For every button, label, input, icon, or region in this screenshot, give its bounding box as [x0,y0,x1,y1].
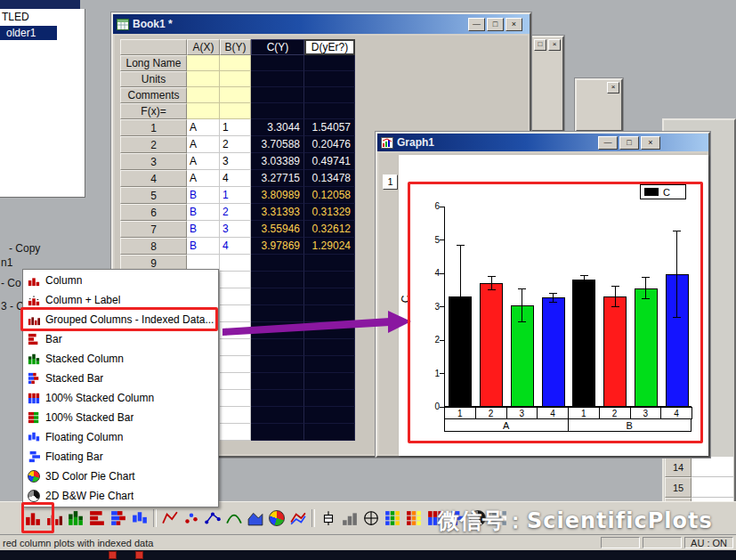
close-icon[interactable]: × [607,82,619,93]
cell-selected[interactable] [304,356,355,373]
restore-button[interactable]: □ [534,39,546,51]
cell[interactable] [220,288,251,305]
cell[interactable] [187,87,220,103]
cell-selected[interactable]: 0.12058 [304,187,355,204]
cell[interactable] [220,322,251,339]
cell[interactable]: 4 [220,170,251,187]
row-header[interactable]: 15 [665,477,692,498]
pie-chart-button[interactable] [267,508,287,528]
cell-selected[interactable]: 1.29024 [304,238,355,255]
box-chart-button[interactable] [319,508,338,528]
taskbar-app-icon[interactable] [109,551,117,559]
cell-selected[interactable]: 3.27715 [251,170,304,187]
cell-selected[interactable] [251,339,304,356]
row-header[interactable]: 3 [120,153,187,170]
cell[interactable]: 2 [220,136,251,153]
column-header-c[interactable]: C(Y) [251,39,304,55]
cell[interactable]: 2 [220,204,251,221]
close-button[interactable]: × [505,18,522,31]
taskbar-app-icon[interactable] [135,551,143,559]
row-header[interactable]: 5 [120,187,187,204]
label-row-header[interactable]: Comments [120,87,187,103]
scatter-plot-button[interactable] [182,508,201,528]
menu-item-100-stacked-column[interactable]: 100% Stacked Column [23,388,218,408]
cell[interactable]: A [187,136,220,153]
cell-selected[interactable]: 0.49741 [304,153,355,170]
cell-selected[interactable]: 3.31393 [251,204,304,221]
cell-selected[interactable] [251,390,304,407]
cell[interactable] [220,55,251,71]
cell[interactable] [220,305,251,322]
row-header[interactable]: 1 [120,119,187,136]
menu-item-column[interactable]: Column [23,271,218,290]
row-header[interactable]: 8 [120,238,187,255]
cell-selected[interactable] [304,288,355,305]
cell[interactable]: 1 [220,187,251,204]
cell[interactable] [220,390,251,407]
cell-selected[interactable] [251,424,304,441]
cell-selected[interactable] [304,424,355,441]
polar-plot-button[interactable] [361,508,381,528]
cell-selected[interactable] [304,272,355,288]
cell[interactable] [187,71,220,87]
cell-selected[interactable]: 3.70588 [251,136,304,153]
row-header[interactable]: 14 [665,457,692,477]
cell-selected[interactable] [304,103,355,119]
cell[interactable]: B [187,187,220,204]
heatmap-plot-button[interactable] [404,508,424,528]
bar-plot-button[interactable] [87,508,107,528]
cell-selected[interactable]: 0.20476 [304,136,355,153]
row-header[interactable]: 4 [120,170,187,187]
cell-selected[interactable] [251,305,304,322]
cell-selected[interactable] [304,407,355,424]
line-symbol-plot-button[interactable] [203,508,222,528]
cell-selected[interactable] [304,373,355,390]
restore-button[interactable]: □ [619,136,639,150]
cell[interactable]: 1 [220,119,251,136]
cell-selected[interactable] [251,288,304,305]
row-header[interactable]: 6 [120,204,187,221]
spline-plot-button[interactable] [224,508,244,528]
menu-item-floating-column[interactable]: Floating Column [23,427,218,447]
cell-selected[interactable]: 0.32612 [304,221,355,238]
line-plot-button[interactable] [160,508,180,528]
column-header-d[interactable]: D(yEr?) [304,39,355,55]
cell[interactable] [187,55,220,71]
cell-selected[interactable] [251,373,304,390]
cell[interactable] [220,87,251,103]
cell[interactable] [220,255,251,272]
cell-selected[interactable]: 0.31329 [304,204,355,221]
close-icon[interactable]: × [548,39,561,51]
cell[interactable]: A [187,119,220,136]
menu-item-floating-bar[interactable]: Floating Bar [23,447,218,467]
column-header-a[interactable]: A(X) [187,39,220,55]
cell-selected[interactable] [251,87,304,103]
menu-item-bar[interactable]: Bar [23,329,218,349]
cell[interactable] [220,356,251,373]
cell[interactable]: B [187,238,220,255]
menu-item-3d-color-pie-chart[interactable]: 3D Color Pie Chart [23,467,218,486]
cell-selected[interactable] [304,339,355,356]
cell-selected[interactable]: 3.55946 [251,221,304,238]
label-row-header[interactable]: F(x)= [120,103,187,119]
floating-column-button[interactable] [130,508,150,528]
cell[interactable] [220,407,251,424]
stacked-column-button[interactable] [66,508,85,528]
cell[interactable] [220,71,251,87]
menu-item-100-stacked-bar[interactable]: 100% Stacked Bar [23,408,218,427]
project-tree-item-untitled[interactable]: TLED [0,9,85,23]
cell-selected[interactable] [251,272,304,288]
graph1-titlebar[interactable]: Graph1 — □ × [377,134,708,151]
cell-selected[interactable]: 3.03389 [251,153,304,170]
cell-selected[interactable] [251,407,304,424]
cell[interactable]: 3 [220,221,251,238]
cell-selected[interactable] [251,71,304,87]
cell-selected[interactable] [304,390,355,407]
cell[interactable] [220,339,251,356]
column-header-b[interactable]: B(Y) [220,39,251,55]
project-tree-item-folder1[interactable]: older1 [0,26,57,40]
cell-selected[interactable] [304,55,355,71]
cell-selected[interactable]: 3.97869 [251,238,304,255]
contour-plot-button[interactable] [383,508,402,528]
corner-header[interactable] [120,39,187,55]
